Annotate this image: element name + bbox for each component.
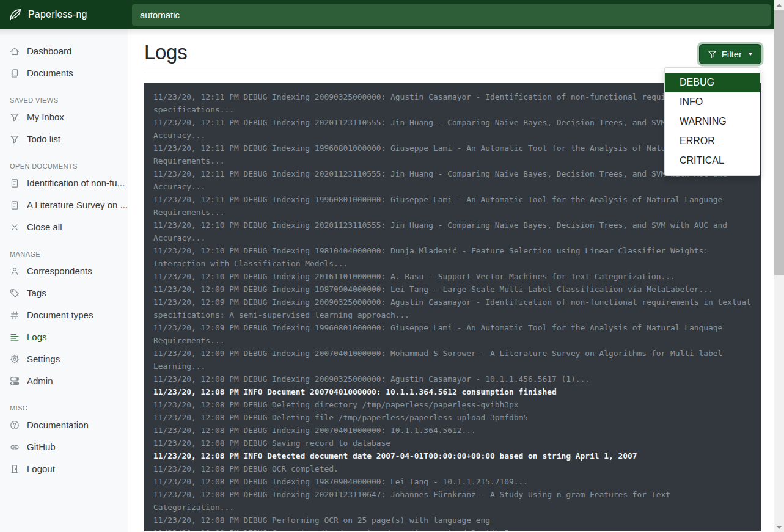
sidebar-item-label: My Inbox: [27, 111, 64, 123]
home-icon: [10, 46, 20, 56]
sidebar-item-label: Documents: [27, 67, 73, 79]
sidebar-item-todo-list[interactable]: Todo list: [0, 128, 128, 150]
log-line: 11/23/20, 12:10 PM DEBUG Indexing 198104…: [153, 244, 752, 270]
log-line: 11/23/20, 12:11 PM DEBUG Indexing 199608…: [153, 193, 752, 219]
feather-icon: [9, 8, 22, 21]
log-line: 11/23/20, 12:11 PM DEBUG Indexing 202011…: [153, 167, 752, 193]
sidebar-section-header-open-documents: OPEN DOCUMENTS: [10, 162, 118, 170]
page-scrollbar[interactable]: [774, 0, 784, 532]
sidebar-item-identification-of-non-fu[interactable]: Identification of non-fu...: [0, 172, 128, 194]
log-line: 11/23/20, 12:08 PM INFO Detected documen…: [153, 450, 752, 462]
funnel-icon: [708, 49, 717, 59]
filter-dropdown-menu: DEBUGINFOWARNINGERRORCRITICAL: [664, 67, 760, 176]
sidebar-item-document-types[interactable]: Document types: [0, 304, 128, 326]
question-circle-icon: [10, 420, 20, 430]
log-line: 11/23/20, 12:08 PM DEBUG Consuming /tmp/…: [153, 527, 752, 531]
log-line: 11/23/20, 12:11 PM DEBUG Indexing 199608…: [153, 142, 752, 167]
document-text-icon: [10, 178, 20, 188]
log-line: 11/23/20, 12:08 PM DEBUG Indexing 200903…: [153, 373, 752, 385]
close-icon: [10, 222, 20, 232]
tag-icon: [10, 288, 20, 298]
log-line: 11/23/20, 12:08 PM INFO Document 2007040…: [153, 385, 752, 398]
hash-icon: [10, 310, 20, 320]
funnel-icon: [10, 112, 20, 122]
log-line: 11/23/20, 12:10 PM DEBUG Indexing 201611…: [153, 270, 752, 283]
log-line: 11/23/20, 12:08 PM DEBUG Deleting file /…: [153, 411, 752, 424]
log-line: 11/23/20, 12:11 PM DEBUG Indexing 200903…: [153, 90, 752, 116]
toggles-icon: [10, 376, 20, 386]
sidebar-item-settings[interactable]: Settings: [0, 348, 128, 370]
sidebar-item-tags[interactable]: Tags: [0, 282, 128, 304]
sidebar-item-documents[interactable]: Documents: [0, 62, 128, 84]
page-title: Logs: [144, 40, 187, 65]
sidebar-item-label: Todo list: [27, 133, 60, 145]
sidebar-item-documentation[interactable]: Documentation: [0, 414, 128, 436]
documents-icon: [10, 68, 20, 78]
sidebar-item-my-inbox[interactable]: My Inbox: [0, 106, 128, 128]
scrollbar-down-arrow-icon[interactable]: [774, 522, 784, 532]
sidebar-section-header-manage: MANAGE: [10, 250, 118, 258]
log-line: 11/23/20, 12:08 PM DEBUG Indexing 200704…: [153, 424, 752, 437]
chevron-down-icon: [748, 53, 753, 56]
link-icon: [10, 442, 20, 452]
sidebar-item-label: Close all: [27, 221, 62, 233]
log-line: 11/23/20, 12:10 PM DEBUG Indexing 202011…: [153, 219, 752, 244]
filter-option-error[interactable]: ERROR: [665, 131, 760, 151]
brand[interactable]: Paperless-ng: [0, 8, 128, 21]
sidebar-section-header-saved-views: SAVED VIEWS: [10, 97, 118, 104]
sidebar-item-label: Admin: [27, 375, 53, 387]
sidebar-item-label: Tags: [27, 287, 46, 299]
sidebar-section-header-misc: MISC: [10, 404, 118, 412]
filter-option-info[interactable]: INFO: [665, 92, 760, 112]
sidebar-item-label: GitHub: [27, 441, 56, 453]
app-shell: DashboardDocumentsSAVED VIEWSMy InboxTod…: [0, 29, 774, 532]
sidebar-item-label: Settings: [27, 353, 60, 365]
log-line: 11/23/20, 12:08 PM DEBUG Deleting direct…: [153, 398, 752, 411]
filter-option-debug[interactable]: DEBUG: [665, 73, 760, 92]
filter-button[interactable]: Filter: [699, 44, 761, 64]
log-line: 11/23/20, 12:08 PM DEBUG Saving record t…: [153, 437, 752, 450]
sidebar-item-label: Logs: [27, 331, 47, 343]
sidebar-item-dashboard[interactable]: Dashboard: [0, 40, 128, 62]
sidebar-item-a-literature-survey-on[interactable]: A Literature Survey on ...: [0, 194, 128, 216]
log-line: 11/23/20, 12:08 PM DEBUG Indexing 202011…: [153, 488, 752, 514]
sidebar-item-label: A Literature Survey on ...: [27, 199, 128, 211]
page-header: Logs Filter: [144, 40, 761, 65]
filter-button-label: Filter: [722, 49, 742, 59]
scrollbar-thumb[interactable]: [774, 10, 784, 275]
gear-icon: [10, 354, 20, 364]
log-line: 11/23/20, 12:09 PM DEBUG Indexing 200704…: [153, 347, 752, 373]
sidebar: DashboardDocumentsSAVED VIEWSMy InboxTod…: [0, 29, 128, 532]
sidebar-item-label: Correspondents: [27, 265, 92, 277]
list-icon: [10, 332, 20, 342]
log-line: 11/23/20, 12:09 PM DEBUG Indexing 198709…: [153, 283, 752, 296]
sidebar-item-correspondents[interactable]: Correspondents: [0, 260, 128, 282]
log-line: 11/23/20, 12:09 PM DEBUG Indexing 200903…: [153, 296, 752, 321]
sidebar-item-logout[interactable]: Logout: [0, 458, 128, 480]
scrollbar-up-arrow-icon[interactable]: [774, 0, 784, 10]
sidebar-item-github[interactable]: GitHub: [0, 436, 128, 458]
door-icon: [10, 464, 20, 474]
sidebar-item-label: Documentation: [27, 419, 89, 431]
sidebar-item-label: Dashboard: [27, 45, 71, 57]
sidebar-item-logs[interactable]: Logs: [0, 326, 128, 348]
log-line: 11/23/20, 12:08 PM DEBUG Performing OCR …: [153, 514, 752, 527]
log-line: 11/23/20, 12:08 PM DEBUG OCR completed.: [153, 462, 752, 475]
funnel-icon: [10, 134, 20, 144]
sidebar-item-close-all[interactable]: Close all: [0, 216, 128, 238]
person-icon: [10, 266, 20, 276]
global-search-input[interactable]: [132, 4, 771, 26]
log-line: 11/23/20, 12:08 PM DEBUG Indexing 198709…: [153, 475, 752, 488]
log-line: 11/23/20, 12:11 PM DEBUG Indexing 202011…: [153, 116, 752, 142]
filter-option-critical[interactable]: CRITICAL: [665, 151, 760, 170]
sidebar-item-admin[interactable]: Admin: [0, 370, 128, 392]
document-text-icon: [10, 200, 20, 210]
sidebar-item-label: Document types: [27, 309, 93, 321]
brand-name: Paperless-ng: [28, 9, 87, 20]
sidebar-item-label: Identification of non-fu...: [27, 177, 125, 189]
filter-option-warning[interactable]: WARNING: [665, 112, 760, 131]
log-line: 11/23/20, 12:09 PM DEBUG Indexing 199608…: [153, 321, 752, 347]
top-navbar: Paperless-ng: [0, 0, 774, 29]
sidebar-item-label: Logout: [27, 463, 55, 475]
